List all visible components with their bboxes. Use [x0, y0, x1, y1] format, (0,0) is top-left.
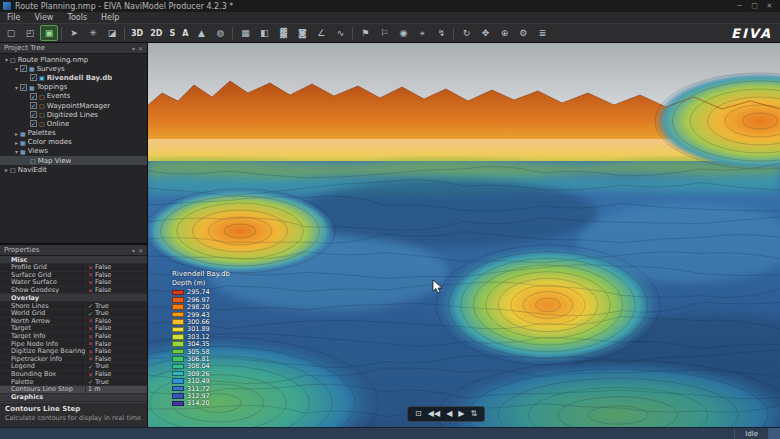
tree-checkbox[interactable]: ✓	[30, 102, 37, 109]
prop-world-grid[interactable]: World Grid✓True	[0, 310, 147, 318]
tree-item-surveys[interactable]: ▾✓▦Surveys	[0, 64, 147, 73]
prop-value-text: True	[95, 310, 109, 317]
settings-button[interactable]: ⚙	[514, 25, 532, 41]
panel-close-icon[interactable]: ✕	[138, 45, 143, 52]
expander-icon[interactable]: ▸	[13, 139, 20, 146]
waypoint-button[interactable]: ⚑	[356, 25, 374, 41]
screenshot-button[interactable]: ◙	[293, 25, 311, 41]
prop-water-surface[interactable]: Water Surface✕False	[0, 279, 147, 287]
prop-target[interactable]: Target✕False	[0, 325, 147, 333]
viewport-3d[interactable]: Rivendell Bay.db Depth (m) 295.74296.972…	[148, 43, 780, 427]
minimize-button[interactable]: ─	[732, 1, 747, 12]
tree-item-events[interactable]: ✓▢Events	[0, 92, 147, 101]
prop-value: ✕False	[86, 272, 147, 279]
pan-button[interactable]: ✥	[476, 25, 494, 41]
profile-button[interactable]: ∿	[331, 25, 349, 41]
events-layer-icon: ▢	[39, 93, 45, 100]
terrain-render[interactable]	[148, 43, 780, 427]
expander-icon[interactable]: ▸	[3, 166, 10, 173]
tree-label: WaypointManager	[47, 102, 110, 110]
close-button[interactable]: ✕	[762, 1, 777, 12]
view-s-button[interactable]: S	[166, 25, 178, 41]
fast-backward-button[interactable]: ◀◀	[428, 409, 440, 419]
save-file-button[interactable]: ▣	[40, 25, 58, 41]
palette-button[interactable]: ◧	[255, 25, 273, 41]
tree-item-views[interactable]: ▾▦Views	[0, 147, 147, 156]
poi-button[interactable]: ⚐	[375, 25, 393, 41]
marker-button[interactable]: ◉	[394, 25, 412, 41]
new-file-button[interactable]: ▢	[2, 25, 20, 41]
prop-shore-lines[interactable]: Shore Lines✓True	[0, 302, 147, 310]
tree-label: Map View	[38, 157, 72, 165]
seabed-button[interactable]: ▓	[274, 25, 292, 41]
prop-north-arrow[interactable]: North Arrow✕False	[0, 318, 147, 326]
tree-item-route-planning-nmp[interactable]: ▾▢Route Planning.nmp	[0, 55, 147, 64]
tree-item-rivendell-bay-db[interactable]: ✓▣Rivendell Bay.db	[0, 73, 147, 82]
menu-help[interactable]: Help	[94, 12, 126, 23]
tree-checkbox[interactable]: ✓	[20, 65, 27, 72]
maximize-button[interactable]: □	[747, 1, 762, 12]
panel-close-icon[interactable]: ✕	[138, 247, 143, 254]
grid-button[interactable]: ▦	[236, 25, 254, 41]
menu-tools[interactable]: Tools	[60, 12, 94, 23]
tree-checkbox[interactable]: ✓	[30, 93, 37, 100]
eraser-tool-button[interactable]: ◪	[103, 25, 121, 41]
tree-checkbox[interactable]: ✓	[30, 120, 37, 127]
play-button[interactable]: ▶	[458, 409, 464, 419]
annotate-button[interactable]: A	[179, 25, 191, 41]
project-tree-title: Project Tree	[4, 44, 45, 52]
rotate-button[interactable]: ↻	[457, 25, 475, 41]
raise-lower-button[interactable]: ⇅	[470, 409, 477, 419]
expander-icon[interactable]: ▾	[13, 84, 20, 91]
expander-icon[interactable]: ▾	[13, 65, 20, 72]
view-2d-button[interactable]: 2D	[147, 25, 165, 41]
pointer-tool-button[interactable]: ➤	[65, 25, 83, 41]
prop-digitize-range-bearing[interactable]: Digitize Range Bearing✕False	[0, 348, 147, 356]
prop-pipe-node-info[interactable]: Pipe Node Info✕False	[0, 340, 147, 348]
tree-item-waypointmanager[interactable]: ✓▢WaypointManager	[0, 101, 147, 110]
expander-icon[interactable]: ▾	[3, 56, 10, 63]
prop-bounding-box[interactable]: Bounding Box✕False	[0, 371, 147, 379]
tree-checkbox[interactable]: ✓	[30, 111, 37, 118]
prop-target-info[interactable]: Target Info✕False	[0, 333, 147, 341]
tree-item-map-view[interactable]: ▢Map View	[0, 156, 147, 165]
legend-color-swatch	[172, 386, 184, 392]
panel-pin-icon[interactable]: ▾	[132, 45, 135, 52]
prop-pipetracker-info[interactable]: Pipetracker Info✕False	[0, 356, 147, 364]
tree-item-palettes[interactable]: ▸▦Palettes	[0, 129, 147, 138]
tree-item-color-modes[interactable]: ▸▦Color modes	[0, 138, 147, 147]
prop-surface-grid[interactable]: Surface Grid✕False	[0, 272, 147, 280]
prop-legend[interactable]: Legend✓True	[0, 363, 147, 371]
display-mode-button[interactable]: ⊡	[415, 409, 422, 419]
waypoint-manager-icon: ▢	[39, 102, 45, 109]
expander-icon[interactable]: ▾	[13, 148, 20, 155]
zoom-button[interactable]: ⊕	[495, 25, 513, 41]
tree-item-online[interactable]: ✓▢Online	[0, 119, 147, 128]
prop-profile-grid[interactable]: Profile Grid✕False	[0, 264, 147, 272]
open-file-button[interactable]: ◰	[21, 25, 39, 41]
tree-item-naviedit[interactable]: ▸▢NaviEdit	[0, 165, 147, 174]
views-folder-icon: ▦	[20, 148, 26, 155]
mesh-button[interactable]: ▲	[192, 25, 210, 41]
tree-item-digitized-lines[interactable]: ✓▢Digitized Lines	[0, 110, 147, 119]
target-button[interactable]: ⌖	[413, 25, 431, 41]
toolbar-separator	[124, 27, 125, 40]
prop-value: ✕False	[86, 287, 147, 294]
cross-icon: ✕	[88, 333, 93, 340]
menu-view[interactable]: View	[27, 12, 60, 23]
prop-palette[interactable]: Palette✓True	[0, 378, 147, 386]
layers-button[interactable]: ≣	[533, 25, 551, 41]
view-3d-button[interactable]: 3D	[128, 25, 146, 41]
globe-button[interactable]: ◍	[211, 25, 229, 41]
step-backward-button[interactable]: ◀	[446, 409, 452, 419]
ruler-button[interactable]: ∠	[312, 25, 330, 41]
tree-checkbox[interactable]: ✓	[20, 84, 27, 91]
tree-item-toppings[interactable]: ▾✓▦Toppings	[0, 83, 147, 92]
route-button[interactable]: ↯	[432, 25, 450, 41]
title-bar: Route Planning.nmp - EIVA NaviModel Prod…	[0, 0, 780, 12]
panel-pin-icon[interactable]: ▾	[132, 247, 135, 254]
spray-tool-button[interactable]: ✳	[84, 25, 102, 41]
menu-file[interactable]: File	[0, 12, 27, 23]
expander-icon[interactable]: ▸	[13, 130, 20, 137]
tree-checkbox[interactable]: ✓	[30, 74, 37, 81]
